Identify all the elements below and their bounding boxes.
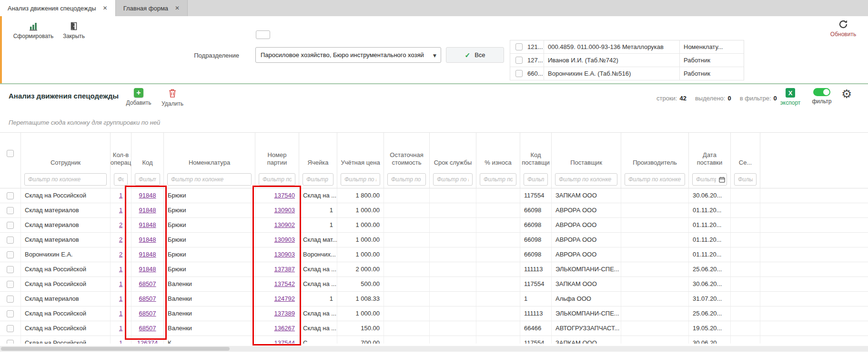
table-row[interactable]: Склад на Российской1126374К...137544С...… (0, 336, 868, 344)
code-link[interactable]: 91848 (139, 266, 156, 273)
batch-link[interactable]: 130903 (274, 207, 295, 214)
operations-link[interactable]: 1 (119, 325, 122, 332)
filter-input-manufacturer[interactable] (625, 173, 685, 186)
column-header-delivery_date[interactable]: Дата поставки (689, 133, 731, 170)
add-button[interactable]: + Добавить (123, 88, 154, 106)
select-all-checkbox[interactable] (7, 150, 14, 157)
filter-input-price[interactable] (341, 173, 380, 186)
batch-link[interactable]: 137544 (274, 339, 295, 344)
column-header-operations[interactable]: Кол-в операц (111, 133, 131, 170)
column-header-employee[interactable]: Сотрудник (21, 133, 111, 170)
close-form-button[interactable]: Закрыть (59, 21, 89, 39)
gear-icon[interactable]: ⚙ (841, 87, 852, 101)
row-checkbox[interactable] (515, 43, 523, 50)
operations-link[interactable]: 1 (119, 266, 122, 273)
code-link[interactable]: 68507 (139, 310, 156, 317)
column-header-service_life[interactable]: Срок службы (430, 133, 476, 170)
table-row[interactable]: Склад материалов191848Брюки13090311 000.… (0, 203, 868, 218)
row-checkbox[interactable] (515, 57, 523, 64)
batch-link[interactable]: 137542 (274, 280, 295, 287)
operations-link[interactable]: 1 (119, 339, 122, 344)
column-header-nomenclature[interactable]: Номенклатура (164, 133, 255, 170)
batch-link[interactable]: 124792 (274, 295, 295, 302)
column-header-residual[interactable]: Остаточная стоимость (384, 133, 430, 170)
batch-link[interactable]: 137387 (274, 266, 295, 273)
table-row[interactable]: Склад на Российской168507Валенки137542Ск… (0, 277, 868, 292)
filter-input-supplier_code[interactable] (524, 173, 548, 186)
operations-link[interactable]: 1 (119, 280, 122, 287)
filter-input-operations[interactable] (114, 173, 128, 186)
filter-input-wear[interactable] (480, 173, 516, 186)
code-link[interactable]: 68507 (139, 280, 156, 287)
generate-button[interactable]: Сформировать (11, 21, 55, 39)
table-row[interactable]: Склад материалов291848Брюки13090211 000.… (0, 218, 868, 233)
operations-link[interactable]: 1 (119, 295, 122, 302)
column-header-manufacturer[interactable]: Производитель (621, 133, 689, 170)
table-row[interactable]: Склад материалов291848Брюки130903Склад м… (0, 233, 868, 247)
refresh-button[interactable]: Обновить (825, 19, 861, 38)
column-header-cell[interactable]: Ячейка (299, 133, 337, 170)
table-row[interactable]: Склад на Российской168507Валенки137389Ск… (0, 306, 868, 321)
row-checkbox[interactable] (7, 266, 14, 273)
filter-input-residual[interactable] (387, 173, 426, 186)
operations-link[interactable]: 1 (119, 192, 122, 199)
table-row[interactable]: Ворончихин Е.А.291848Брюки130903Ворончих… (0, 247, 868, 262)
department-dropdown[interactable]: Паросиловое хозяйство, Бюро инструментал… (255, 47, 441, 63)
code-link[interactable]: 91848 (139, 221, 156, 228)
horizontal-scrollbar[interactable] (0, 346, 868, 352)
table-row[interactable]: Склад на Российской168507Валенки136267Ск… (0, 321, 868, 336)
operations-link[interactable]: 1 (119, 207, 122, 214)
filter-toggle[interactable]: фильтр (809, 88, 835, 105)
code-link[interactable]: 126374 (137, 339, 158, 344)
row-checkbox[interactable] (7, 207, 14, 214)
code-link[interactable]: 68507 (139, 295, 156, 302)
code-link[interactable]: 91848 (139, 251, 156, 258)
filter-input-series[interactable] (734, 173, 757, 186)
side-table-row[interactable]: 121...000.4859. 011.000-93-136 Металлору… (510, 40, 744, 54)
tab-analysis[interactable]: Анализ движения спецодежды ✕ (0, 0, 115, 16)
export-excel-button[interactable]: X экспорт (777, 88, 804, 106)
row-checkbox[interactable] (7, 325, 14, 332)
column-header-code[interactable]: Код (131, 133, 164, 170)
filter-input-employee[interactable] (24, 173, 107, 186)
filter-input-batch[interactable] (259, 173, 295, 186)
code-link[interactable]: 91848 (139, 192, 156, 199)
operations-link[interactable]: 2 (119, 236, 122, 243)
scrollbar-thumb[interactable] (1, 347, 230, 351)
column-header-batch[interactable]: Номер партии (255, 133, 299, 170)
calendar-icon[interactable] (719, 177, 725, 183)
close-icon[interactable]: ✕ (175, 5, 180, 11)
row-checkbox[interactable] (515, 70, 523, 77)
batch-link[interactable]: 130902 (274, 221, 295, 228)
batch-link[interactable]: 137540 (274, 192, 295, 199)
operations-link[interactable]: 1 (119, 310, 122, 317)
filter-input-service_life[interactable] (433, 173, 473, 186)
side-table-row[interactable]: 127...Иванов И.И. (Таб.№742)Работник (510, 54, 744, 67)
filter-input-supplier[interactable] (555, 173, 617, 186)
row-checkbox[interactable] (7, 340, 14, 344)
batch-link[interactable]: 130903 (274, 251, 295, 258)
filter-input-code[interactable] (135, 173, 160, 186)
column-header-supplier_code[interactable]: Код поставщи (520, 133, 552, 170)
select-all-values-button[interactable]: ✓ Все (446, 47, 504, 63)
side-table-row[interactable]: 660...Ворончихин Е.А. (Таб.№516)Работник (510, 67, 744, 80)
row-checkbox[interactable] (7, 237, 14, 244)
column-header-price[interactable]: Учётная цена (337, 133, 384, 170)
code-link[interactable]: 91848 (139, 236, 156, 243)
code-link[interactable]: 91848 (139, 207, 156, 214)
batch-link[interactable]: 130903 (274, 236, 295, 243)
operations-link[interactable]: 2 (119, 221, 122, 228)
column-header-series[interactable]: Се... (731, 133, 760, 170)
toggle-on-icon[interactable] (813, 88, 830, 96)
code-link[interactable]: 68507 (139, 325, 156, 332)
column-header-supplier[interactable]: Поставщик (552, 133, 621, 170)
batch-link[interactable]: 136267 (274, 325, 295, 332)
row-checkbox[interactable] (7, 192, 14, 199)
row-checkbox[interactable] (7, 222, 14, 229)
batch-link[interactable]: 137389 (274, 310, 295, 317)
column-header-wear[interactable]: % износа (476, 133, 520, 170)
row-checkbox[interactable] (7, 251, 14, 258)
row-checkbox[interactable] (7, 281, 14, 288)
row-checkbox[interactable] (7, 310, 14, 317)
delete-button[interactable]: Удалить (158, 88, 187, 107)
